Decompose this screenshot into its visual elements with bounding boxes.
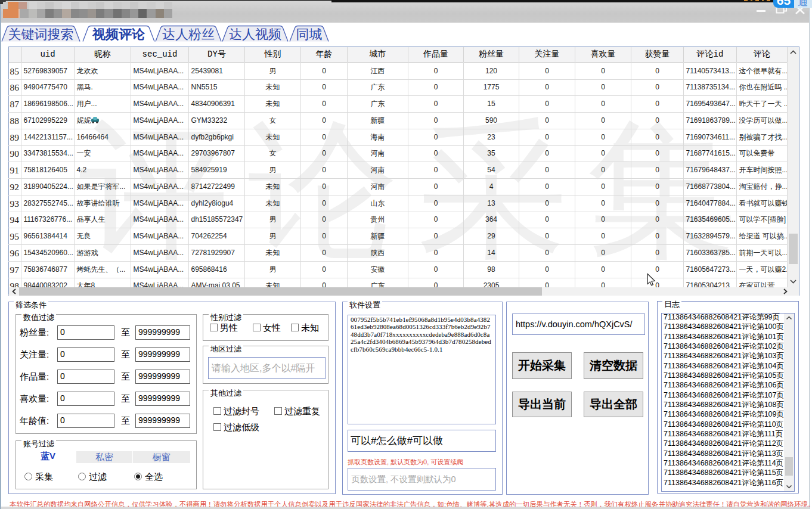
- svg-text:达人粉丝: 达人粉丝: [162, 27, 215, 42]
- svg-text:视频评论: 视频评论: [92, 27, 145, 42]
- svg-text:达人视频: 达人视频: [229, 27, 281, 42]
- svg-text:关键词搜索: 关键词搜索: [8, 27, 74, 42]
- svg-text:同城: 同城: [296, 27, 323, 42]
